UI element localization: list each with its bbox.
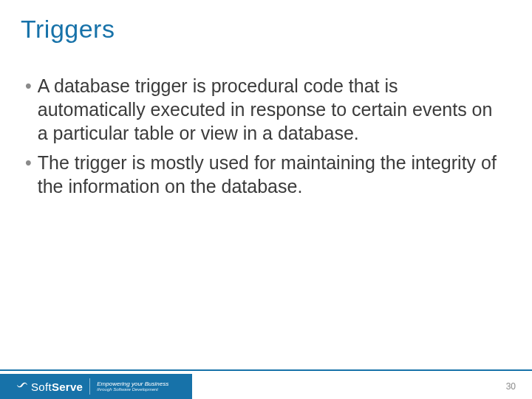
bullet-text: A database trigger is procedural code th… bbox=[38, 74, 502, 145]
footer-brand-band: SoftServe Empowering your Business throu… bbox=[0, 374, 192, 399]
brand-name: SoftServe bbox=[31, 381, 83, 393]
brand-divider bbox=[89, 378, 90, 395]
list-item: • A database trigger is procedural code … bbox=[25, 74, 502, 145]
bullet-icon: • bbox=[25, 74, 32, 98]
bullet-icon: • bbox=[25, 151, 32, 174]
brand-name-part2: Serve bbox=[52, 381, 83, 393]
slide-title: Triggers bbox=[21, 15, 115, 44]
tagline-sub: through Software Development bbox=[97, 387, 168, 392]
bullet-text: The trigger is mostly used for maintaini… bbox=[38, 151, 502, 198]
slide-body: • A database trigger is procedural code … bbox=[25, 74, 502, 204]
footer-divider-line bbox=[0, 369, 532, 371]
slide-footer: SoftServe Empowering your Business throu… bbox=[0, 369, 532, 399]
brand-name-part1: Soft bbox=[31, 381, 52, 393]
brand-logo-icon bbox=[16, 381, 28, 392]
list-item: • The trigger is mostly used for maintai… bbox=[25, 151, 502, 198]
slide: Triggers • A database trigger is procedu… bbox=[0, 0, 532, 399]
brand-tagline: Empowering your Business through Softwar… bbox=[97, 381, 168, 392]
page-number: 30 bbox=[506, 381, 516, 392]
tagline-main: Empowering your Business bbox=[97, 381, 168, 387]
